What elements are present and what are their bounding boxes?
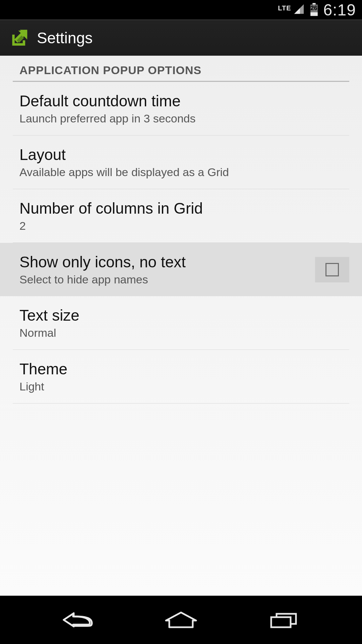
content-area: APPLICATION POPUP OPTIONS Default countd… — [0, 56, 362, 596]
back-button[interactable] — [51, 606, 105, 633]
setting-title: Layout — [19, 146, 349, 164]
setting-subtitle: Available apps will be displayed as a Gr… — [19, 166, 349, 179]
setting-columns[interactable]: Number of columns in Grid 2 — [13, 189, 349, 243]
battery-level: 26 — [309, 5, 319, 12]
setting-icons-only[interactable]: Show only icons, no text Select to hide … — [0, 243, 362, 296]
setting-title: Number of columns in Grid — [19, 199, 349, 217]
navigation-bar — [0, 596, 362, 644]
clock: 6:19 — [323, 1, 356, 19]
svg-rect-0 — [312, 3, 315, 5]
setting-title: Theme — [19, 360, 349, 378]
setting-title: Text size — [19, 306, 349, 324]
network-indicator: LTE — [278, 4, 291, 12]
setting-title: Show only icons, no text — [19, 253, 315, 271]
svg-rect-2 — [310, 12, 318, 16]
setting-text-size[interactable]: Text size Normal — [13, 296, 349, 350]
setting-subtitle: Light — [19, 380, 349, 393]
recent-apps-button[interactable] — [257, 606, 311, 633]
home-icon — [163, 610, 199, 629]
back-icon — [60, 610, 97, 630]
share-arrow-icon — [9, 28, 29, 48]
section-header: APPLICATION POPUP OPTIONS — [13, 56, 349, 82]
setting-subtitle: Select to hide app names — [19, 273, 315, 286]
setting-subtitle: Launch preferred app in 3 seconds — [19, 112, 349, 125]
setting-theme[interactable]: Theme Light — [13, 350, 349, 404]
setting-subtitle: 2 — [19, 219, 349, 232]
setting-countdown-time[interactable]: Default countdown time Launch preferred … — [13, 82, 349, 136]
page-title: Settings — [37, 29, 93, 47]
checkbox[interactable] — [315, 257, 349, 282]
setting-layout[interactable]: Layout Available apps will be displayed … — [13, 136, 349, 189]
checkbox-box-icon — [325, 263, 339, 276]
svg-rect-3 — [271, 617, 291, 627]
signal-icon — [293, 3, 305, 16]
action-bar: Settings — [0, 19, 362, 56]
battery-icon: 26 — [309, 3, 319, 16]
setting-subtitle: Normal — [19, 326, 349, 339]
setting-title: Default countdown time — [19, 92, 349, 110]
recent-apps-icon — [267, 610, 301, 629]
home-button[interactable] — [154, 606, 208, 633]
section-title: APPLICATION POPUP OPTIONS — [13, 56, 349, 81]
status-bar: LTE 26 6:19 — [0, 0, 362, 19]
